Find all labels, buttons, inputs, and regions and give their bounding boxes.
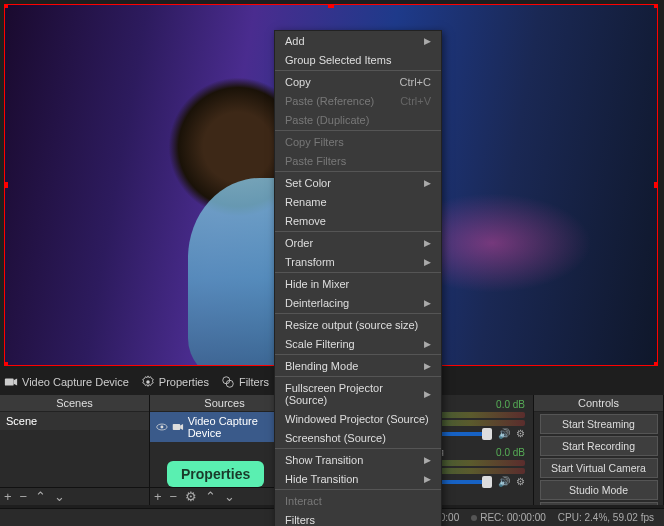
track-settings-button[interactable]: ⚙ [516,428,525,439]
menu-item[interactable]: Hide in Mixer [275,274,441,293]
source-toolbar: Video Capture Device Properties Filters … [4,372,289,392]
scene-menu-button[interactable]: ⌃ [35,489,46,504]
filters-button[interactable]: Filters [221,375,269,389]
scenes-panel: Scenes Scene + − ⌃ ⌄ [0,395,150,505]
track-settings-button[interactable]: ⚙ [516,476,525,487]
menu-item[interactable]: CopyCtrl+C [275,72,441,91]
menu-item[interactable]: Transform▶ [275,252,441,271]
menu-item: Paste Filters [275,151,441,170]
filter-icon [221,375,235,389]
menu-item[interactable]: Group Selected Items [275,50,441,69]
menu-item[interactable]: Filters [275,510,441,526]
gear-icon [141,375,155,389]
menu-item[interactable]: Windowed Projector (Source) [275,409,441,428]
source-up-button[interactable]: ⌃ [205,489,216,504]
menu-item[interactable]: Fullscreen Projector (Source)▶ [275,378,441,409]
menu-item[interactable]: Add▶ [275,31,441,50]
menu-item: Paste (Reference)Ctrl+V [275,91,441,110]
add-source-button[interactable]: + [154,489,162,504]
menu-item[interactable]: Scale Filtering▶ [275,334,441,353]
add-scene-button[interactable]: + [4,489,12,504]
scene-down-button[interactable]: ⌄ [54,489,65,504]
resize-handle[interactable] [4,182,8,188]
menu-item: Interact [275,491,441,510]
svg-rect-0 [5,379,14,386]
resize-handle[interactable] [654,362,658,366]
panel-title: Controls [534,395,663,412]
camera-icon [172,421,184,433]
source-down-button[interactable]: ⌄ [224,489,235,504]
remove-scene-button[interactable]: − [20,489,28,504]
context-menu[interactable]: Add▶Group Selected ItemsCopyCtrl+CPaste … [274,30,442,526]
menu-item[interactable]: Order▶ [275,233,441,252]
mute-button[interactable]: 🔊 [498,428,510,439]
menu-item[interactable]: Set Color▶ [275,173,441,192]
camera-icon [4,375,18,389]
svg-rect-6 [173,424,180,430]
start-recording-button[interactable]: Start Recording [540,436,658,456]
menu-item[interactable]: Hide Transition▶ [275,469,441,488]
cpu-status: CPU: 2.4%, 59.02 fps [558,512,654,523]
resize-handle[interactable] [328,4,334,8]
menu-item: Copy Filters [275,132,441,151]
svg-point-5 [160,426,163,429]
menu-item[interactable]: Screenshot (Source) [275,428,441,447]
menu-item[interactable]: Remove [275,211,441,230]
menu-item[interactable]: Rename [275,192,441,211]
properties-button[interactable]: Properties [141,375,209,389]
remove-source-button[interactable]: − [170,489,178,504]
resize-handle[interactable] [4,362,8,366]
start-streaming-button[interactable]: Start Streaming [540,414,658,434]
svg-point-1 [146,380,150,384]
panel-title: Scenes [0,395,149,412]
source-name: Video Capture Device [22,376,129,388]
rec-status: REC: 00:00:00 [480,512,546,523]
start-virtual-camera-button[interactable]: Start Virtual Camera [540,458,658,478]
scene-item[interactable]: Scene [0,412,149,430]
resize-handle[interactable] [4,4,8,8]
eye-icon[interactable] [156,421,168,433]
settings-button[interactable]: Settings [540,502,658,505]
resize-handle[interactable] [654,4,658,8]
resize-handle[interactable] [654,182,658,188]
controls-panel: Controls Start StreamingStart RecordingS… [534,395,664,505]
menu-item[interactable]: Resize output (source size) [275,315,441,334]
mute-button[interactable]: 🔊 [498,476,510,487]
menu-item[interactable]: Blending Mode▶ [275,356,441,375]
source-props-button[interactable]: ⚙ [185,489,197,504]
menu-item[interactable]: Show Transition▶ [275,450,441,469]
menu-item: Paste (Duplicate) [275,110,441,129]
studio-mode-button[interactable]: Studio Mode [540,480,658,500]
tutorial-callout: Properties [167,461,264,487]
menu-item[interactable]: Deinterlacing▶ [275,293,441,312]
